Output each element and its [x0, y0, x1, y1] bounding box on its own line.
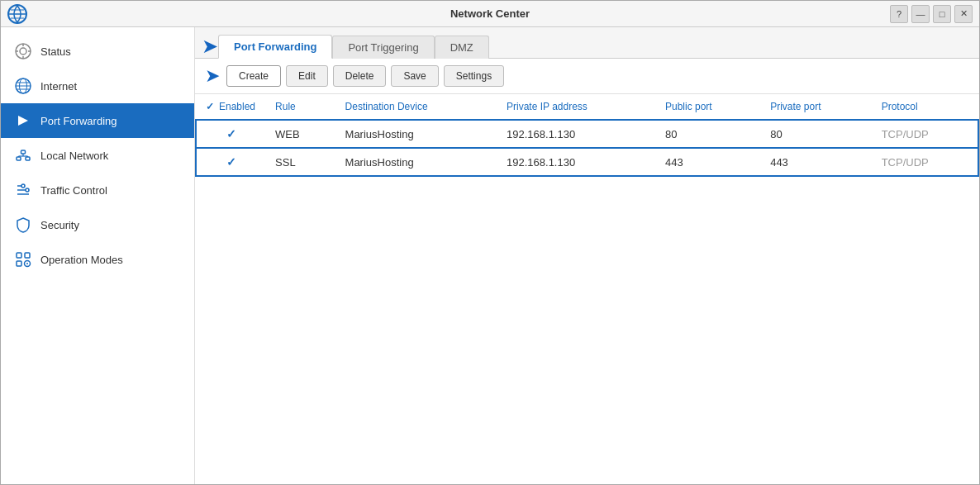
main-content: ➤ Port Forwarding Port Triggering DMZ ➤ … — [195, 27, 979, 484]
sidebar-item-traffic-control[interactable]: Traffic Control — [1, 173, 194, 207]
svg-point-26 — [21, 184, 25, 188]
svg-rect-29 — [25, 253, 30, 258]
sidebar-item-operation-modes[interactable]: Operation Modes — [1, 242, 194, 277]
save-button[interactable]: Save — [391, 65, 438, 87]
row2-public-port: 443 — [655, 148, 760, 176]
row2-private-port: 443 — [760, 148, 872, 176]
settings-button[interactable]: Settings — [444, 65, 504, 87]
header-protocol: Protocol — [872, 94, 978, 120]
table-container: ✓ Enabled Rule Destination Device Privat… — [195, 94, 979, 484]
header-enabled: ✓ Enabled — [196, 94, 265, 120]
port-forwarding-table: ✓ Enabled Rule Destination Device Privat… — [195, 94, 979, 177]
row2-private-ip: 192.168.1.130 — [497, 148, 655, 176]
sidebar-item-label: Local Network — [40, 150, 108, 162]
svg-point-32 — [26, 263, 28, 264]
traffic-control-icon — [14, 181, 32, 199]
title-bar: Network Center ? — □ ✕ — [1, 1, 979, 27]
internet-icon — [14, 77, 32, 95]
create-button[interactable]: Create — [226, 65, 281, 87]
security-icon — [14, 216, 32, 234]
port-forwarding-icon — [14, 112, 32, 130]
svg-rect-17 — [21, 150, 26, 154]
svg-rect-28 — [17, 253, 21, 258]
header-private-ip: Private IP address — [497, 94, 655, 120]
header-private-port: Private port — [760, 94, 872, 120]
table-header-row: ✓ Enabled Rule Destination Device Privat… — [196, 94, 978, 120]
svg-point-27 — [26, 188, 29, 192]
row1-private-ip: 192.168.1.130 — [497, 120, 655, 148]
tab-port-triggering[interactable]: Port Triggering — [332, 36, 434, 59]
header-rule: Rule — [265, 94, 335, 120]
row1-destination: MariusHosting — [335, 120, 497, 148]
svg-rect-30 — [17, 261, 21, 266]
status-icon — [14, 42, 32, 60]
local-network-icon — [14, 146, 32, 164]
sidebar-item-security[interactable]: Security — [1, 207, 194, 242]
help-button[interactable]: ? — [890, 5, 908, 23]
row2-rule: SSL — [265, 148, 335, 176]
check-icon: ✓ — [226, 155, 236, 169]
row2-destination: MariusHosting — [335, 148, 497, 176]
sidebar: Status Internet — [1, 27, 195, 484]
row1-protocol: TCP/UDP — [872, 120, 978, 148]
check-icon: ✓ — [226, 127, 236, 140]
operation-modes-icon — [14, 250, 32, 269]
main-window: Network Center ? — □ ✕ — [0, 0, 980, 485]
sidebar-item-internet[interactable]: Internet — [1, 69, 194, 103]
sidebar-item-label: Status — [40, 45, 71, 58]
svg-marker-15 — [18, 116, 28, 126]
row2-protocol: TCP/UDP — [872, 148, 978, 176]
row1-enabled: ✓ — [196, 120, 265, 148]
header-public-port: Public port — [655, 94, 760, 120]
toolbar-arrow-icon: ➤ — [205, 65, 220, 87]
sidebar-item-label: Security — [40, 219, 79, 231]
sidebar-item-label: Port Forwarding — [40, 115, 117, 127]
header-destination-device: Destination Device — [335, 94, 497, 120]
table-row[interactable]: ✓ SSL MariusHosting 192.168.1.130 443 44… — [196, 148, 978, 176]
window-title: Network Center — [450, 7, 530, 20]
maximize-button[interactable]: □ — [933, 5, 951, 23]
svg-rect-16 — [17, 157, 21, 160]
table-row[interactable]: ✓ WEB MariusHosting 192.168.1.130 80 80 … — [196, 120, 978, 148]
sidebar-item-label: Operation Modes — [40, 254, 123, 266]
edit-button[interactable]: Edit — [286, 65, 328, 87]
sidebar-item-status[interactable]: Status — [1, 34, 194, 69]
row1-rule: WEB — [265, 120, 335, 148]
tab-dmz[interactable]: DMZ — [435, 36, 489, 59]
delete-button[interactable]: Delete — [333, 65, 387, 87]
tab-port-forwarding[interactable]: Port Forwarding — [218, 35, 332, 59]
sidebar-item-port-forwarding[interactable]: Port Forwarding — [1, 103, 194, 138]
minimize-button[interactable]: — — [911, 5, 930, 23]
sidebar-item-local-network[interactable]: Local Network — [1, 138, 194, 173]
sidebar-item-label: Internet — [40, 80, 77, 93]
window-body: Status Internet — [1, 27, 979, 484]
row2-enabled: ✓ — [196, 148, 265, 176]
tab-arrow: ➤ — [195, 36, 218, 58]
toolbar: ➤ Create Edit Delete Save Settings — [195, 59, 979, 94]
row1-private-port: 80 — [760, 120, 872, 148]
app-logo — [7, 4, 27, 24]
tab-bar: ➤ Port Forwarding Port Triggering DMZ — [195, 27, 979, 59]
tab-arrow-icon: ➤ — [202, 36, 218, 56]
sidebar-item-label: Traffic Control — [40, 184, 107, 197]
close-button[interactable]: ✕ — [954, 5, 973, 23]
svg-rect-18 — [26, 157, 30, 160]
svg-point-5 — [20, 48, 26, 55]
row1-public-port: 80 — [655, 120, 760, 148]
window-controls: ? — □ ✕ — [890, 5, 973, 23]
